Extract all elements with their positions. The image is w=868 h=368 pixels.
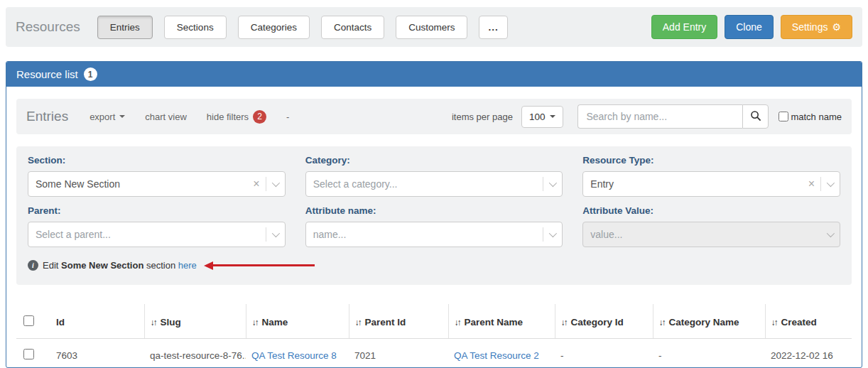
tab-customers[interactable]: Customers [396, 16, 467, 39]
cell-name: QA Test Resource 8 [246, 339, 349, 368]
category-select-placeholder: Select a category... [313, 178, 543, 190]
edit-section-link[interactable]: here [178, 260, 197, 271]
section-name-bold: Some New Section [61, 260, 143, 271]
action-buttons: Add Entry Clone Settings ⚙ [651, 15, 852, 39]
sort-icon[interactable]: ↓↑ [252, 318, 258, 328]
tab-categories[interactable]: Categories [238, 16, 310, 39]
export-dropdown[interactable]: export [89, 112, 125, 122]
edit-section-text: Edit Some New Section section here [43, 260, 197, 271]
column-header-category-name[interactable]: ↓↑Category Name [653, 304, 765, 339]
column-header-name[interactable]: ↓↑Name [246, 304, 349, 339]
resource-name-link[interactable]: QA Test Resource 8 [251, 350, 337, 361]
column-header-parent-name[interactable]: ↓↑Parent Name [448, 304, 555, 339]
entries-toolbar: Entries export chart view hide filters 2… [16, 99, 852, 134]
filter-attribute-value: Attribute Value: value... [582, 205, 840, 247]
match-name-checkbox[interactable] [779, 112, 788, 121]
tab-sections[interactable]: Sections [164, 16, 227, 39]
chevron-down-icon[interactable] [549, 229, 557, 237]
caret-down-icon [119, 115, 125, 118]
column-header-id: Id [50, 304, 144, 339]
tab-contacts[interactable]: Contacts [321, 16, 384, 39]
resource-type-select-value: Entry [590, 178, 808, 190]
select-divider [543, 177, 543, 191]
cell-parent-id: 7021 [349, 339, 448, 368]
attribute-value-placeholder: value... [590, 229, 827, 240]
entries-heading: Entries [26, 109, 68, 124]
arrow-line [213, 264, 315, 266]
sort-icon[interactable]: ↓↑ [455, 318, 460, 328]
page-title: Resources [16, 19, 80, 35]
filters-panel: Section: Some New Section × Category: [16, 146, 852, 285]
select-divider [820, 177, 821, 191]
cell-category-id: - [555, 339, 653, 368]
search-button[interactable] [742, 104, 769, 129]
category-select[interactable]: Select a category... [305, 171, 563, 197]
select-all-checkbox[interactable] [23, 315, 34, 326]
match-name-label: match name [791, 112, 842, 122]
resource-type-select[interactable]: Entry × [582, 171, 840, 197]
panel-header: Resource list 1 [6, 62, 862, 87]
page-size-select[interactable]: 100 [521, 106, 564, 128]
settings-button[interactable]: Settings ⚙ [781, 15, 852, 39]
parent-name-link[interactable]: QA Test Resource 2 [454, 350, 539, 361]
sort-icon[interactable]: ↓↑ [355, 318, 361, 328]
cell-parent-name: QA Test Resource 2 [448, 339, 555, 368]
filter-attribute-name: Attribute name: name... [305, 205, 563, 247]
row-select-cell [16, 339, 50, 368]
clone-button[interactable]: Clone [725, 15, 774, 39]
column-header-parent-id[interactable]: ↓↑Parent Id [349, 304, 448, 339]
chevron-down-icon[interactable] [271, 179, 279, 187]
section-select[interactable]: Some New Section × [28, 171, 286, 197]
edit-section-hint: i Edit Some New Section section here [28, 260, 840, 271]
page: Resources Entries Sections Categories Co… [0, 0, 868, 368]
column-header-slug[interactable]: ↓↑Slug [144, 304, 246, 339]
attribute-value-select: value... [582, 222, 840, 247]
items-per-page-label: items per page [452, 112, 513, 122]
more-tabs-button[interactable]: ... [479, 16, 507, 39]
page-size-value: 100 [529, 112, 546, 122]
attribute-name-select[interactable]: name... [305, 222, 563, 247]
row-checkbox[interactable] [23, 349, 34, 359]
cell-id: 7603 [50, 339, 144, 368]
attribute-name-placeholder: name... [313, 229, 543, 240]
tab-entries[interactable]: Entries [97, 16, 153, 39]
parent-select[interactable]: Select a parent... [28, 222, 286, 247]
search-icon [750, 110, 761, 124]
resource-list-panel: Resource list 1 Entries export chart vie… [6, 61, 862, 368]
hide-filters-label: hide filters [207, 112, 249, 122]
resource-type-label: Resource Type: [582, 155, 840, 166]
filter-parent: Parent: Select a parent... [28, 205, 286, 247]
hide-filters-link[interactable]: hide filters 2 [207, 110, 266, 124]
dash-link[interactable]: - [286, 112, 289, 122]
parent-label: Parent: [28, 205, 286, 216]
section-label: Section: [28, 155, 286, 166]
sort-icon[interactable]: ↓↑ [561, 318, 567, 328]
select-divider [266, 227, 266, 242]
column-header-category-id[interactable]: ↓↑Category Id [555, 304, 653, 339]
column-header-created[interactable]: ↓↑Created [765, 304, 852, 339]
search-input[interactable] [577, 104, 742, 129]
topbar: Resources Entries Sections Categories Co… [6, 7, 862, 47]
filter-resource-type: Resource Type: Entry × [582, 155, 840, 197]
chevron-down-icon[interactable] [549, 179, 557, 187]
attribute-name-label: Attribute name: [305, 205, 563, 216]
chevron-down-icon[interactable] [271, 229, 279, 237]
chart-view-link[interactable]: chart view [145, 112, 187, 122]
chevron-down-icon[interactable] [827, 179, 835, 187]
sort-icon[interactable]: ↓↑ [659, 318, 665, 328]
cell-category-name: - [653, 339, 765, 368]
panel-body: Entries export chart view hide filters 2… [6, 87, 862, 368]
tab-group: Entries Sections Categories Contacts Cus… [97, 16, 508, 39]
chevron-down-icon [827, 229, 835, 237]
sort-icon[interactable]: ↓↑ [771, 318, 777, 328]
add-entry-button[interactable]: Add Entry [651, 15, 717, 39]
sort-icon[interactable]: ↓↑ [151, 318, 156, 328]
caret-down-icon [550, 115, 555, 118]
clear-icon[interactable]: × [808, 178, 815, 190]
arrow-head [204, 261, 213, 270]
select-divider [543, 227, 543, 242]
match-name-toggle[interactable]: match name [779, 112, 842, 122]
settings-button-label: Settings [792, 21, 828, 33]
clear-icon[interactable]: × [253, 178, 259, 190]
category-label: Category: [305, 155, 563, 166]
